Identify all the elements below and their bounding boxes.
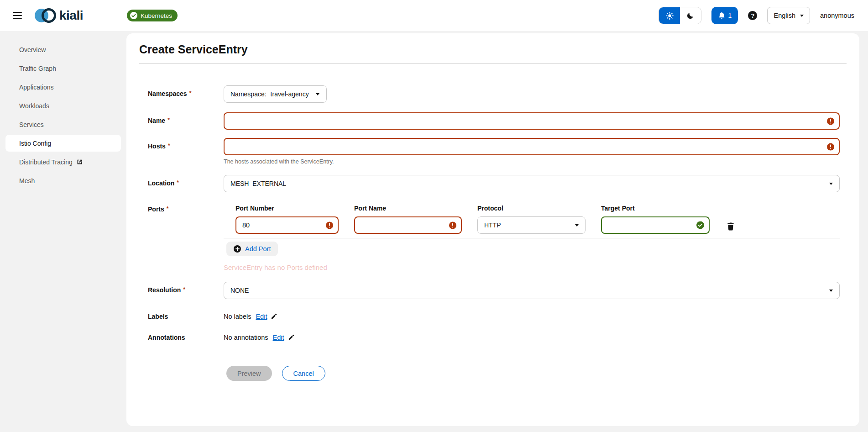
annotations-value: No annotations (224, 334, 268, 341)
check-circle-icon (696, 221, 704, 229)
trash-icon (727, 222, 734, 231)
pencil-icon (271, 313, 277, 320)
sidebar-item-traffic-graph[interactable]: Traffic Graph (5, 60, 121, 77)
sidebar-nav: Overview Traffic Graph Applications Work… (0, 31, 126, 432)
required-marker: * (167, 117, 170, 123)
port-name-input[interactable] (354, 216, 462, 234)
page-title: Create ServiceEntry (139, 43, 847, 56)
hamburger-menu-icon[interactable] (13, 12, 22, 19)
exclamation-circle-icon (325, 221, 333, 229)
notification-count: 1 (728, 12, 732, 19)
labels-label: Labels (148, 312, 224, 320)
sun-icon (666, 12, 674, 20)
moon-icon (687, 12, 694, 19)
required-marker: * (167, 205, 169, 212)
language-label: English (774, 12, 795, 19)
serviceentry-form: Namespaces* Namespace: travel-agency Nam… (139, 85, 847, 381)
location-select[interactable]: MESH_EXTERNAL (224, 175, 840, 192)
required-marker: * (183, 286, 185, 293)
sidebar-item-distributed-tracing[interactable]: Distributed Tracing (5, 153, 121, 170)
sidebar-item-workloads[interactable]: Workloads (5, 97, 121, 114)
sidebar-item-mesh[interactable]: Mesh (5, 172, 121, 189)
sidebar-item-overview[interactable]: Overview (5, 41, 121, 58)
theme-toggle (659, 7, 701, 24)
protocol-select[interactable]: HTTP (477, 216, 586, 234)
plus-circle-icon (234, 245, 241, 253)
caret-down-icon (829, 183, 833, 185)
port-number-input[interactable] (235, 216, 339, 234)
pencil-icon (288, 334, 295, 341)
hosts-input[interactable] (224, 138, 840, 155)
language-selector[interactable]: English (767, 7, 810, 24)
create-serviceentry-card: Create ServiceEntry Namespaces* Namespac… (126, 33, 859, 426)
title-divider (139, 63, 847, 64)
resolution-select[interactable]: NONE (224, 282, 840, 299)
required-marker: * (177, 179, 179, 186)
hosts-helper-text: The hosts associated with the ServiceEnt… (224, 158, 840, 165)
caret-down-icon (800, 15, 804, 17)
protocol-header: Protocol (477, 205, 586, 212)
cluster-status-badge[interactable]: Kubernetes (127, 10, 178, 21)
sidebar-item-istio-config[interactable]: Istio Config (5, 135, 121, 152)
target-port-header: Target Port (601, 205, 710, 212)
kiali-logo-mark (35, 7, 57, 24)
target-port-input[interactable] (601, 216, 710, 234)
port-number-header: Port Number (235, 205, 339, 212)
dark-theme-button[interactable] (680, 7, 701, 24)
protocol-value: HTTP (484, 221, 501, 229)
name-input[interactable] (224, 112, 840, 130)
cluster-badge-label: Kubernetes (141, 12, 172, 19)
required-marker: * (189, 90, 192, 96)
kiali-logo[interactable]: kiali (35, 7, 83, 24)
namespaces-label: Namespaces* (148, 85, 224, 103)
annotations-edit-link[interactable]: Edit (273, 334, 284, 341)
ports-divider (224, 238, 840, 238)
app-header: kiali Kubernetes 1 ? English anonymous (0, 0, 868, 31)
preview-button[interactable]: Preview (226, 366, 272, 381)
labels-value: No labels (224, 313, 251, 320)
exclamation-circle-icon (826, 117, 834, 125)
ports-table: Port Number Port Name Protocol Target Po… (235, 205, 840, 234)
caret-down-icon (829, 290, 833, 292)
exclamation-circle-icon (826, 143, 834, 151)
sidebar-item-applications[interactable]: Applications (5, 79, 121, 95)
location-value: MESH_EXTERNAL (230, 180, 286, 187)
caret-down-icon (575, 224, 579, 227)
name-label: Name* (148, 112, 224, 130)
required-marker: * (168, 142, 170, 149)
location-label: Location* (148, 175, 224, 192)
brand-name: kiali (59, 8, 83, 23)
external-link-icon (77, 159, 83, 165)
hosts-label: Hosts* (148, 138, 224, 165)
bell-icon (718, 12, 725, 19)
check-circle-icon (130, 12, 137, 19)
resolution-label: Resolution* (148, 282, 224, 299)
username: anonymous (820, 12, 854, 19)
exclamation-circle-icon (449, 221, 456, 229)
light-theme-button[interactable] (659, 7, 680, 24)
caret-down-icon (316, 93, 319, 95)
cancel-button[interactable]: Cancel (282, 366, 325, 381)
namespace-dropdown[interactable]: Namespace: travel-agency (224, 85, 327, 103)
notifications-button[interactable]: 1 (711, 7, 738, 24)
sidebar-item-services[interactable]: Services (5, 116, 121, 133)
help-icon[interactable]: ? (748, 11, 757, 20)
ports-empty-message: ServiceEntry has no Ports defined (224, 263, 840, 271)
resolution-value: NONE (230, 287, 249, 294)
labels-edit-link[interactable]: Edit (256, 313, 267, 320)
ports-label: Ports* (148, 205, 224, 271)
annotations-label: Annotations (148, 333, 224, 341)
port-name-header: Port Name (354, 205, 462, 212)
namespace-value: travel-agency (271, 90, 309, 98)
add-port-button[interactable]: Add Port (226, 242, 278, 256)
delete-port-button[interactable] (725, 216, 736, 234)
namespace-prefix: Namespace: (230, 90, 267, 98)
